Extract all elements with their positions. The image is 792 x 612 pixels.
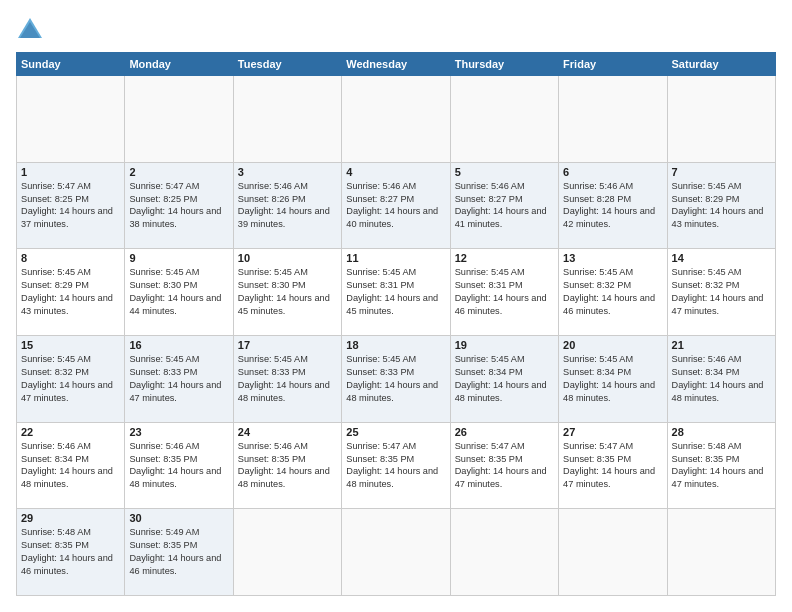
day-number: 6 bbox=[563, 166, 662, 178]
cell-content: Sunrise: 5:46 AMSunset: 8:34 PMDaylight:… bbox=[672, 354, 764, 403]
calendar-cell: 4 Sunrise: 5:46 AMSunset: 8:27 PMDayligh… bbox=[342, 162, 450, 249]
day-number: 3 bbox=[238, 166, 337, 178]
calendar-cell: 1 Sunrise: 5:47 AMSunset: 8:25 PMDayligh… bbox=[17, 162, 125, 249]
calendar-cell bbox=[17, 76, 125, 163]
logo-icon bbox=[16, 16, 44, 44]
cell-content: Sunrise: 5:45 AMSunset: 8:29 PMDaylight:… bbox=[21, 267, 113, 316]
calendar-cell: 13 Sunrise: 5:45 AMSunset: 8:32 PMDaylig… bbox=[559, 249, 667, 336]
calendar-cell bbox=[559, 76, 667, 163]
cell-content: Sunrise: 5:45 AMSunset: 8:30 PMDaylight:… bbox=[238, 267, 330, 316]
calendar-cell: 18 Sunrise: 5:45 AMSunset: 8:33 PMDaylig… bbox=[342, 335, 450, 422]
calendar-cell: 8 Sunrise: 5:45 AMSunset: 8:29 PMDayligh… bbox=[17, 249, 125, 336]
calendar-header-row: Sunday Monday Tuesday Wednesday Thursday… bbox=[17, 53, 776, 76]
calendar-cell: 6 Sunrise: 5:46 AMSunset: 8:28 PMDayligh… bbox=[559, 162, 667, 249]
calendar-cell: 29 Sunrise: 5:48 AMSunset: 8:35 PMDaylig… bbox=[17, 509, 125, 596]
calendar-cell bbox=[342, 509, 450, 596]
cell-content: Sunrise: 5:46 AMSunset: 8:35 PMDaylight:… bbox=[238, 441, 330, 490]
col-tuesday: Tuesday bbox=[233, 53, 341, 76]
col-sunday: Sunday bbox=[17, 53, 125, 76]
calendar-cell bbox=[233, 509, 341, 596]
day-number: 26 bbox=[455, 426, 554, 438]
calendar-week-4: 22 Sunrise: 5:46 AMSunset: 8:34 PMDaylig… bbox=[17, 422, 776, 509]
day-number: 7 bbox=[672, 166, 771, 178]
cell-content: Sunrise: 5:48 AMSunset: 8:35 PMDaylight:… bbox=[21, 527, 113, 576]
day-number: 1 bbox=[21, 166, 120, 178]
header bbox=[16, 16, 776, 44]
calendar-cell: 10 Sunrise: 5:45 AMSunset: 8:30 PMDaylig… bbox=[233, 249, 341, 336]
day-number: 17 bbox=[238, 339, 337, 351]
day-number: 20 bbox=[563, 339, 662, 351]
cell-content: Sunrise: 5:45 AMSunset: 8:32 PMDaylight:… bbox=[672, 267, 764, 316]
day-number: 16 bbox=[129, 339, 228, 351]
page: Sunday Monday Tuesday Wednesday Thursday… bbox=[0, 0, 792, 612]
col-monday: Monday bbox=[125, 53, 233, 76]
day-number: 11 bbox=[346, 252, 445, 264]
calendar-cell: 15 Sunrise: 5:45 AMSunset: 8:32 PMDaylig… bbox=[17, 335, 125, 422]
col-saturday: Saturday bbox=[667, 53, 775, 76]
cell-content: Sunrise: 5:45 AMSunset: 8:30 PMDaylight:… bbox=[129, 267, 221, 316]
day-number: 28 bbox=[672, 426, 771, 438]
calendar-cell: 16 Sunrise: 5:45 AMSunset: 8:33 PMDaylig… bbox=[125, 335, 233, 422]
calendar-week-1: 1 Sunrise: 5:47 AMSunset: 8:25 PMDayligh… bbox=[17, 162, 776, 249]
calendar-cell: 5 Sunrise: 5:46 AMSunset: 8:27 PMDayligh… bbox=[450, 162, 558, 249]
calendar-cell bbox=[450, 509, 558, 596]
calendar-cell bbox=[667, 76, 775, 163]
day-number: 29 bbox=[21, 512, 120, 524]
calendar-cell: 25 Sunrise: 5:47 AMSunset: 8:35 PMDaylig… bbox=[342, 422, 450, 509]
calendar-cell: 23 Sunrise: 5:46 AMSunset: 8:35 PMDaylig… bbox=[125, 422, 233, 509]
calendar-cell: 2 Sunrise: 5:47 AMSunset: 8:25 PMDayligh… bbox=[125, 162, 233, 249]
cell-content: Sunrise: 5:46 AMSunset: 8:34 PMDaylight:… bbox=[21, 441, 113, 490]
cell-content: Sunrise: 5:47 AMSunset: 8:35 PMDaylight:… bbox=[346, 441, 438, 490]
day-number: 9 bbox=[129, 252, 228, 264]
calendar-cell: 26 Sunrise: 5:47 AMSunset: 8:35 PMDaylig… bbox=[450, 422, 558, 509]
cell-content: Sunrise: 5:47 AMSunset: 8:25 PMDaylight:… bbox=[129, 181, 221, 230]
calendar-cell bbox=[342, 76, 450, 163]
calendar-cell: 12 Sunrise: 5:45 AMSunset: 8:31 PMDaylig… bbox=[450, 249, 558, 336]
calendar: Sunday Monday Tuesday Wednesday Thursday… bbox=[16, 52, 776, 596]
calendar-week-5: 29 Sunrise: 5:48 AMSunset: 8:35 PMDaylig… bbox=[17, 509, 776, 596]
calendar-cell: 28 Sunrise: 5:48 AMSunset: 8:35 PMDaylig… bbox=[667, 422, 775, 509]
calendar-cell bbox=[450, 76, 558, 163]
day-number: 18 bbox=[346, 339, 445, 351]
col-thursday: Thursday bbox=[450, 53, 558, 76]
cell-content: Sunrise: 5:49 AMSunset: 8:35 PMDaylight:… bbox=[129, 527, 221, 576]
cell-content: Sunrise: 5:45 AMSunset: 8:33 PMDaylight:… bbox=[346, 354, 438, 403]
cell-content: Sunrise: 5:45 AMSunset: 8:34 PMDaylight:… bbox=[455, 354, 547, 403]
cell-content: Sunrise: 5:45 AMSunset: 8:34 PMDaylight:… bbox=[563, 354, 655, 403]
calendar-cell bbox=[559, 509, 667, 596]
day-number: 27 bbox=[563, 426, 662, 438]
cell-content: Sunrise: 5:45 AMSunset: 8:32 PMDaylight:… bbox=[21, 354, 113, 403]
calendar-cell: 27 Sunrise: 5:47 AMSunset: 8:35 PMDaylig… bbox=[559, 422, 667, 509]
col-friday: Friday bbox=[559, 53, 667, 76]
cell-content: Sunrise: 5:47 AMSunset: 8:35 PMDaylight:… bbox=[455, 441, 547, 490]
calendar-week-3: 15 Sunrise: 5:45 AMSunset: 8:32 PMDaylig… bbox=[17, 335, 776, 422]
day-number: 19 bbox=[455, 339, 554, 351]
day-number: 25 bbox=[346, 426, 445, 438]
day-number: 8 bbox=[21, 252, 120, 264]
cell-content: Sunrise: 5:46 AMSunset: 8:28 PMDaylight:… bbox=[563, 181, 655, 230]
calendar-cell: 24 Sunrise: 5:46 AMSunset: 8:35 PMDaylig… bbox=[233, 422, 341, 509]
cell-content: Sunrise: 5:46 AMSunset: 8:26 PMDaylight:… bbox=[238, 181, 330, 230]
cell-content: Sunrise: 5:45 AMSunset: 8:31 PMDaylight:… bbox=[346, 267, 438, 316]
calendar-cell: 17 Sunrise: 5:45 AMSunset: 8:33 PMDaylig… bbox=[233, 335, 341, 422]
calendar-cell bbox=[233, 76, 341, 163]
calendar-cell: 7 Sunrise: 5:45 AMSunset: 8:29 PMDayligh… bbox=[667, 162, 775, 249]
day-number: 5 bbox=[455, 166, 554, 178]
day-number: 4 bbox=[346, 166, 445, 178]
cell-content: Sunrise: 5:47 AMSunset: 8:35 PMDaylight:… bbox=[563, 441, 655, 490]
cell-content: Sunrise: 5:47 AMSunset: 8:25 PMDaylight:… bbox=[21, 181, 113, 230]
cell-content: Sunrise: 5:46 AMSunset: 8:35 PMDaylight:… bbox=[129, 441, 221, 490]
calendar-cell: 3 Sunrise: 5:46 AMSunset: 8:26 PMDayligh… bbox=[233, 162, 341, 249]
day-number: 14 bbox=[672, 252, 771, 264]
day-number: 2 bbox=[129, 166, 228, 178]
cell-content: Sunrise: 5:45 AMSunset: 8:29 PMDaylight:… bbox=[672, 181, 764, 230]
calendar-cell: 21 Sunrise: 5:46 AMSunset: 8:34 PMDaylig… bbox=[667, 335, 775, 422]
cell-content: Sunrise: 5:45 AMSunset: 8:31 PMDaylight:… bbox=[455, 267, 547, 316]
day-number: 15 bbox=[21, 339, 120, 351]
calendar-cell: 9 Sunrise: 5:45 AMSunset: 8:30 PMDayligh… bbox=[125, 249, 233, 336]
calendar-cell bbox=[667, 509, 775, 596]
cell-content: Sunrise: 5:46 AMSunset: 8:27 PMDaylight:… bbox=[346, 181, 438, 230]
day-number: 10 bbox=[238, 252, 337, 264]
day-number: 24 bbox=[238, 426, 337, 438]
day-number: 12 bbox=[455, 252, 554, 264]
